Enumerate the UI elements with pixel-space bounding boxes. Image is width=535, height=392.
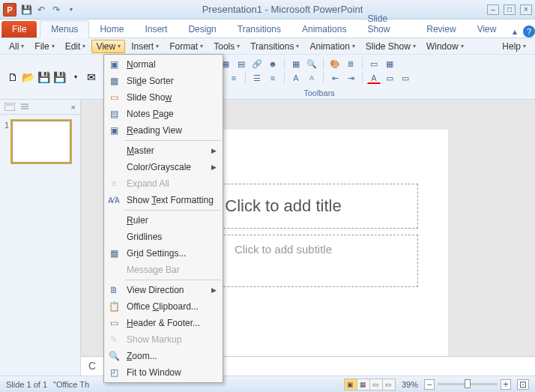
menu-help[interactable]: Help▾: [498, 40, 531, 53]
text-formatting-icon: A⁄A: [106, 193, 122, 207]
save-icon[interactable]: 💾: [19, 3, 33, 16]
menu-file[interactable]: File▾: [30, 40, 58, 53]
zoom-in-button[interactable]: +: [501, 379, 511, 390]
ribbon-quick-icons: 🗋 📂 💾 💾 ▾ ✉: [0, 55, 103, 99]
tab-view[interactable]: View: [467, 21, 507, 37]
tab-transitions[interactable]: Transitions: [227, 21, 291, 37]
view-fit-to-window[interactable]: ◰Fit to Window: [104, 364, 223, 381]
close-panel-icon[interactable]: ×: [71, 103, 76, 112]
menu-edit[interactable]: Edit▾: [61, 40, 91, 53]
color-icon[interactable]: 🎨: [328, 58, 342, 70]
zoom-out-button[interactable]: −: [424, 379, 435, 390]
maximize-button[interactable]: □: [504, 4, 516, 15]
minimize-ribbon-icon[interactable]: ▴: [510, 25, 520, 37]
permission-icon[interactable]: ▾: [69, 70, 82, 85]
view-office-clipboard[interactable]: 📋Office Clipboard...: [104, 298, 223, 315]
view-slide-show[interactable]: ▭Slide Show: [104, 89, 223, 106]
research-icon[interactable]: 🗎: [344, 58, 357, 70]
outline-tab-icon[interactable]: [19, 103, 30, 111]
view-grid-settings[interactable]: ▦Grid Settings...: [104, 245, 223, 262]
slides-tab-icon[interactable]: [4, 103, 15, 111]
help-icon[interactable]: ?: [523, 25, 535, 37]
indent-less-icon[interactable]: ⇤: [328, 72, 342, 84]
view-expand-all: ≡Expand All: [104, 175, 223, 192]
fit-window-icon: ◰: [106, 366, 122, 379]
status-theme: "Office Th: [53, 380, 89, 389]
fit-button[interactable]: ⊡: [517, 379, 529, 390]
view-notes-page[interactable]: ▤Notes Page: [104, 106, 223, 122]
tab-design[interactable]: Design: [178, 21, 226, 37]
tab-home[interactable]: Home: [89, 21, 134, 37]
zoom-thumb[interactable]: [465, 379, 471, 388]
view-direction-icon: 🗎: [106, 283, 122, 297]
design-icon[interactable]: ▭: [383, 72, 396, 84]
tab-menus[interactable]: Menus: [40, 20, 89, 38]
redo-icon[interactable]: ↷: [49, 3, 63, 16]
bullets-icon[interactable]: ☰: [250, 72, 264, 84]
grid-icon[interactable]: ▦: [289, 58, 303, 70]
tab-insert[interactable]: Insert: [134, 21, 178, 37]
menu-all[interactable]: All▾: [4, 40, 28, 53]
new-icon[interactable]: 🗋: [6, 70, 19, 85]
tab-slideshow[interactable]: Slide Show: [357, 10, 416, 37]
justify-icon[interactable]: ≡: [227, 72, 241, 84]
reading-view-button[interactable]: ▭: [369, 379, 383, 391]
newslide2-icon[interactable]: ▭: [399, 72, 412, 84]
menu-view[interactable]: View▾: [91, 40, 125, 53]
view-zoom[interactable]: 🔍Zoom...: [104, 348, 223, 364]
view-normal[interactable]: ▣Normal: [104, 56, 223, 73]
view-show-text-formatting[interactable]: A⁄AShow Text Formatting: [104, 192, 223, 208]
workspace: × 1 Click to add title Click to add subt…: [0, 100, 535, 376]
view-gridlines[interactable]: Gridlines: [104, 229, 223, 245]
clipart-icon[interactable]: ☻: [266, 58, 279, 70]
menu-insert[interactable]: Insert▾: [127, 40, 163, 53]
statusbar: Slide 1 of 1 "Office Th ▣ ▦ ▭ ▭ 39% − + …: [0, 376, 535, 392]
view-ruler[interactable]: Ruler: [104, 212, 223, 229]
view-color-grayscale[interactable]: Color/Grayscale▶: [104, 159, 223, 175]
slideshow-view-button[interactable]: ▭: [382, 379, 396, 391]
save-icon[interactable]: 💾: [37, 70, 50, 85]
view-reading-view[interactable]: ▣Reading View: [104, 122, 223, 139]
slide-thumbnail[interactable]: [12, 121, 70, 163]
menu-animation[interactable]: Animation▾: [305, 40, 359, 53]
decrease-font-icon[interactable]: A: [305, 72, 318, 84]
menu-tools[interactable]: Tools▾: [209, 40, 244, 53]
menu-format[interactable]: Format▾: [165, 40, 208, 53]
mail-icon[interactable]: ✉: [85, 70, 97, 85]
classic-menubar: All▾ File▾ Edit▾ View▾ Insert▾ Format▾ T…: [0, 38, 535, 55]
submenu-arrow-icon: ▶: [211, 147, 217, 154]
zoom-slider[interactable]: − +: [424, 379, 511, 390]
menu-window[interactable]: Window▾: [422, 40, 468, 53]
hyperlink-icon[interactable]: 🔗: [250, 58, 264, 70]
zoom-track[interactable]: [438, 383, 498, 385]
table-icon[interactable]: ▤: [235, 58, 248, 70]
newslide-icon[interactable]: ▭: [367, 58, 381, 70]
view-slide-sorter[interactable]: ▦Slide Sorter: [104, 73, 223, 89]
tab-review[interactable]: Review: [416, 21, 466, 37]
indent-more-icon[interactable]: ⇥: [344, 72, 357, 84]
normal-view-button[interactable]: ▣: [344, 379, 357, 391]
tab-animations[interactable]: Animations: [291, 21, 357, 37]
sorter-view-button[interactable]: ▦: [357, 379, 370, 391]
status-zoom-value[interactable]: 39%: [402, 380, 418, 389]
layout-icon[interactable]: ▦: [383, 58, 396, 70]
view-master[interactable]: Master▶: [104, 142, 223, 159]
view-view-direction[interactable]: 🗎View Direction▶: [104, 282, 223, 298]
undo-icon[interactable]: ↶: [34, 3, 48, 16]
close-button[interactable]: ×: [520, 4, 532, 15]
numbering-icon[interactable]: ≡: [266, 72, 279, 84]
view-show-markup: ✎Show Markup: [104, 331, 223, 348]
tab-file[interactable]: File: [1, 21, 37, 37]
open-icon[interactable]: 📂: [22, 70, 34, 85]
menu-slideshow[interactable]: Slide Show▾: [361, 40, 420, 53]
view-header-footer[interactable]: ▭Header & Footer...: [104, 315, 223, 331]
qat-dropdown-icon[interactable]: ▾: [64, 3, 78, 16]
font-color-icon[interactable]: A: [367, 72, 381, 84]
zoom-icon[interactable]: 🔍: [305, 58, 318, 70]
clipboard-icon: 📋: [106, 300, 122, 313]
increase-font-icon[interactable]: A: [289, 72, 303, 84]
saveas-icon[interactable]: 💾: [53, 70, 66, 85]
minimize-button[interactable]: –: [487, 4, 499, 15]
zoom-icon: 🔍: [106, 349, 122, 363]
menu-transitions[interactable]: Transitions▾: [246, 40, 303, 53]
